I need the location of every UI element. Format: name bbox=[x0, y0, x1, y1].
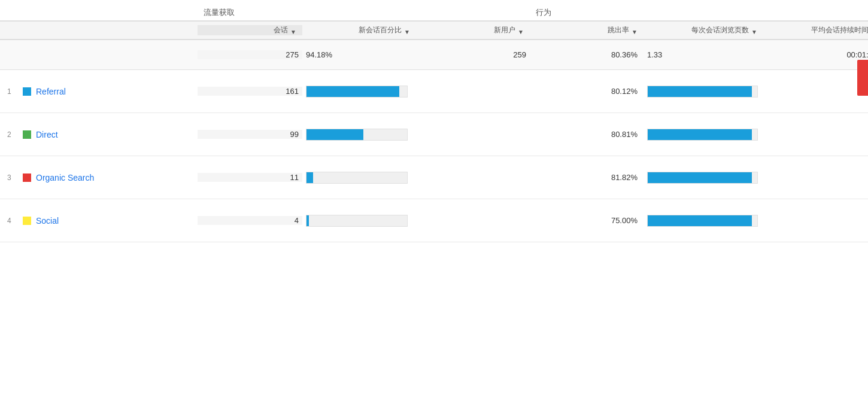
row-new-sessions-pct bbox=[302, 172, 416, 184]
new-users-sort-icon: ▼ bbox=[518, 29, 524, 35]
row-new-sessions-pct bbox=[302, 215, 416, 227]
row-pages bbox=[644, 86, 763, 98]
row-bounce-rate: 81.82% bbox=[530, 173, 644, 182]
total-pages-per-session: 1.33 bbox=[644, 50, 763, 59]
row-label-0: 1 Referral bbox=[0, 87, 198, 96]
bounce-sort-icon: ▼ bbox=[632, 29, 638, 35]
pages-bar-wrapper bbox=[647, 215, 758, 227]
table-row: 1 Referral 161 80.12% bbox=[0, 70, 868, 113]
row-color-icon bbox=[23, 173, 31, 182]
new-sessions-pct-sort-icon: ▼ bbox=[404, 29, 410, 35]
row-new-sessions-pct bbox=[302, 129, 416, 141]
row-label-2: 3 Organic Search bbox=[0, 173, 198, 182]
total-new-sessions-pct: 94.18% bbox=[302, 50, 416, 59]
row-color-icon bbox=[23, 87, 31, 96]
row-bounce-rate: 80.81% bbox=[530, 130, 644, 139]
pages-bar-wrapper bbox=[647, 172, 758, 184]
new-sessions-bar-wrapper bbox=[306, 172, 408, 184]
pages-bar-wrapper bbox=[647, 129, 758, 141]
row-rank: 2 bbox=[7, 130, 18, 139]
col-bounce-header[interactable]: 跳出率 ▼ bbox=[530, 25, 644, 35]
table-row: 3 Organic Search 11 81.82% bbox=[0, 156, 868, 199]
sessions-sort-icon: ▼ bbox=[290, 29, 296, 35]
total-new-users: 259 bbox=[416, 50, 530, 59]
red-side-button[interactable] bbox=[857, 60, 868, 96]
svg-rect-2 bbox=[23, 173, 31, 182]
svg-rect-3 bbox=[23, 217, 31, 225]
total-avg-duration: 00:01:01 bbox=[763, 50, 868, 59]
pages-bar-fill bbox=[648, 129, 752, 140]
row-sessions: 11 bbox=[198, 173, 302, 182]
behavior-section-label: 行为 bbox=[536, 8, 551, 19]
row-new-sessions-pct bbox=[302, 86, 416, 98]
svg-rect-0 bbox=[23, 87, 31, 96]
svg-rect-1 bbox=[23, 130, 31, 139]
row-name-link[interactable]: Social bbox=[36, 216, 59, 226]
col-duration-header[interactable]: 平均会话持续时间 ▼ bbox=[763, 26, 868, 35]
row-color-icon bbox=[23, 130, 31, 139]
row-rank: 4 bbox=[7, 217, 18, 225]
row-rank: 3 bbox=[7, 173, 18, 182]
pages-bar-wrapper bbox=[647, 86, 758, 98]
col-new-users-header[interactable]: 新用户 ▼ bbox=[416, 25, 530, 35]
col-sessions-header[interactable]: 会话 ▼ bbox=[198, 25, 302, 35]
new-sessions-bar-wrapper bbox=[306, 215, 408, 227]
row-name-link[interactable]: Referral bbox=[36, 87, 66, 96]
row-sessions: 99 bbox=[198, 130, 302, 139]
new-sessions-bar-fill bbox=[306, 215, 309, 226]
new-sessions-bar-wrapper bbox=[306, 129, 408, 141]
row-bounce-rate: 75.00% bbox=[530, 216, 644, 225]
pages-sort-icon: ▼ bbox=[751, 29, 757, 35]
new-sessions-bar-fill bbox=[306, 86, 399, 97]
totals-row: 275 94.18% 259 80.36% 1.33 00:01:01 bbox=[0, 40, 868, 70]
row-rank: 1 bbox=[7, 87, 18, 96]
col-pages-header[interactable]: 每次会话浏览页数 ▼ bbox=[644, 26, 763, 35]
new-sessions-bar-wrapper bbox=[306, 86, 408, 98]
row-name-link[interactable]: Direct bbox=[36, 130, 58, 139]
row-label-1: 2 Direct bbox=[0, 130, 198, 139]
row-label-3: 4 Social bbox=[0, 216, 198, 226]
new-sessions-bar-fill bbox=[306, 172, 313, 183]
row-pages bbox=[644, 172, 763, 184]
row-sessions: 161 bbox=[198, 87, 302, 96]
row-sessions: 4 bbox=[198, 216, 302, 225]
new-sessions-bar-fill bbox=[306, 129, 363, 140]
row-color-icon bbox=[23, 217, 31, 225]
table-row: 2 Direct 99 80.81% bbox=[0, 113, 868, 156]
table-row: 4 Social 4 75.00% bbox=[0, 199, 868, 242]
pages-bar-fill bbox=[648, 86, 752, 97]
col-new-sessions-pct-header[interactable]: 新会话百分比 ▼ bbox=[302, 26, 416, 35]
row-pages bbox=[644, 215, 763, 227]
pages-bar-fill bbox=[648, 215, 752, 226]
row-pages bbox=[644, 129, 763, 141]
pages-bar-fill bbox=[648, 172, 752, 183]
row-name-link[interactable]: Organic Search bbox=[36, 173, 94, 182]
total-bounce-rate: 80.36% bbox=[530, 50, 644, 59]
row-bounce-rate: 80.12% bbox=[530, 87, 644, 96]
acquisition-section-label: 流量获取 bbox=[204, 8, 235, 19]
total-sessions: 275 bbox=[198, 50, 302, 59]
